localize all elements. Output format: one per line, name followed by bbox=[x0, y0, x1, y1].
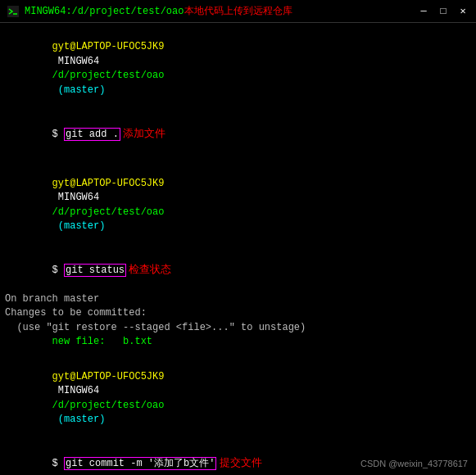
prompt-line-1: gyt@LAPTOP-UFOC5JK9 MINGW64 /d/project/t… bbox=[5, 26, 471, 111]
prompt-user-3: gyt@LAPTOP-UFOC5JK9 bbox=[52, 371, 165, 382]
cmd-git-status: git status bbox=[64, 264, 126, 277]
prompt-branch-3: (master) bbox=[52, 414, 106, 425]
annotation-status: 检查状态 bbox=[126, 263, 171, 275]
prompt-path-2: /d/project/test/oao bbox=[52, 206, 165, 218]
minimize-button[interactable]: — bbox=[417, 6, 430, 17]
block-git-add: gyt@LAPTOP-UFOC5JK9 MINGW64 /d/project/t… bbox=[5, 26, 471, 156]
prompt-user-2: gyt@LAPTOP-UFOC5JK9 bbox=[52, 178, 165, 189]
status-output-4: new file: b.txt bbox=[5, 335, 471, 349]
dollar-3: $ bbox=[52, 458, 64, 469]
titlebar-title: MINGW64:/d/project/test/oao bbox=[25, 6, 184, 17]
prompt-path-3: /d/project/test/oao bbox=[52, 400, 165, 411]
terminal-body[interactable]: gyt@LAPTOP-UFOC5JK9 MINGW64 /d/project/t… bbox=[0, 23, 476, 475]
status-output-3: (use "git restore --staged <file>..." to… bbox=[5, 321, 471, 335]
terminal-window: MINGW64:/d/project/test/oao 本地代码上传到远程仓库 … bbox=[0, 0, 476, 475]
prompt-program-1: MINGW64 bbox=[52, 56, 106, 67]
status-output-2: Changes to be committed: bbox=[5, 306, 471, 320]
watermark: CSDN @weixin_43778617 bbox=[360, 459, 468, 468]
cmd-line-2: $ git status 检查状态 bbox=[5, 248, 471, 292]
dollar-1: $ bbox=[52, 129, 64, 140]
block-git-commit: gyt@LAPTOP-UFOC5JK9 MINGW64 /d/project/t… bbox=[5, 356, 471, 475]
block-git-status: gyt@LAPTOP-UFOC5JK9 MINGW64 /d/project/t… bbox=[5, 163, 471, 350]
status-output-1: On branch master bbox=[5, 292, 471, 306]
cmd-line-1: $ git add . 添加文件 bbox=[5, 111, 471, 156]
terminal-icon bbox=[7, 5, 20, 18]
prompt-line-3: gyt@LAPTOP-UFOC5JK9 MINGW64 /d/project/t… bbox=[5, 356, 471, 441]
cmd-git-add: git add . bbox=[64, 128, 120, 141]
maximize-button[interactable]: □ bbox=[437, 6, 450, 17]
prompt-branch-2: (master) bbox=[52, 220, 106, 232]
prompt-program-2: MINGW64 bbox=[52, 192, 106, 203]
prompt-path-1: /d/project/test/oao bbox=[52, 70, 165, 81]
prompt-program-3: MINGW64 bbox=[52, 385, 106, 396]
close-button[interactable]: ✕ bbox=[456, 5, 469, 17]
prompt-branch-1: (master) bbox=[52, 84, 106, 96]
titlebar-left: MINGW64:/d/project/test/oao bbox=[7, 5, 184, 18]
titlebar-controls: — □ ✕ bbox=[417, 5, 469, 17]
annotation-commit: 提交文件 bbox=[216, 456, 261, 468]
prompt-user-1: gyt@LAPTOP-UFOC5JK9 bbox=[52, 41, 165, 52]
annotation-add: 添加文件 bbox=[120, 127, 165, 139]
prompt-line-2: gyt@LAPTOP-UFOC5JK9 MINGW64 /d/project/t… bbox=[5, 163, 471, 248]
titlebar-subtitle: 本地代码上传到远程仓库 bbox=[184, 4, 292, 18]
titlebar: MINGW64:/d/project/test/oao 本地代码上传到远程仓库 … bbox=[0, 0, 476, 23]
cmd-git-commit: git commit -m '添加了b文件' bbox=[64, 457, 216, 470]
dollar-2: $ bbox=[52, 265, 64, 276]
